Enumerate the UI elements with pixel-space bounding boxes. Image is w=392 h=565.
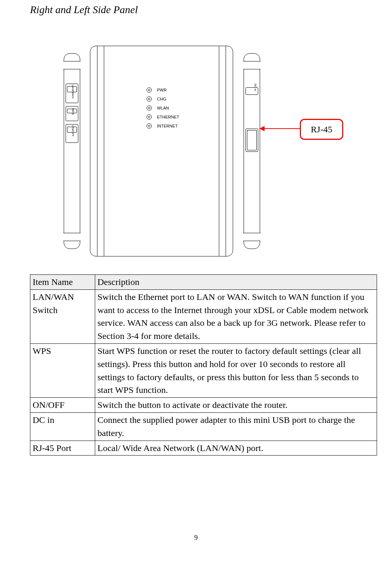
led-label: ETHERNET [157,115,179,119]
left-side-panel: LAN/WAN WPS ON/OFF [64,53,80,249]
right-side-panel: DC in [244,53,260,249]
page-number: 9 [195,534,198,542]
table-row: DC in Connect the supplied power adapter… [30,412,377,441]
led-label: WLAN [157,106,169,110]
onoff-switch-port: ON/OFF [66,124,78,143]
callout-line [259,128,300,129]
led-label: CHG [157,97,166,101]
lan-wan-label: LAN/WAN [71,85,75,98]
item-name-cell: LAN/WAN Switch [30,289,95,343]
description-table: Item Name Description LAN/WAN Switch Swi… [30,274,377,456]
item-name-cell: WPS [30,343,95,397]
description-cell: Start WPS function or reset the router t… [95,343,377,397]
led-ethernet: ETHERNET [147,114,179,120]
item-name-cell: ON/OFF [30,398,95,413]
description-cell: Connect the supplied power adapter to th… [95,412,377,441]
table-header-row: Item Name Description [30,275,377,290]
table-row: RJ-45 Port Local/ Wide Area Network (LAN… [30,441,377,456]
device-diagram: LAN/WAN WPS ON/OFF PWR CHG WLAN ETHERNET [30,38,367,263]
dc-in-label: DC in [254,84,257,91]
led-pwr: PWR [147,87,179,93]
lan-wan-switch-port: LAN/WAN [66,84,78,103]
item-name-cell: DC in [30,412,95,441]
front-panel: PWR CHG WLAN ETHERNET INTERNET [90,46,233,256]
led-chg: CHG [147,96,179,102]
onoff-label: ON/OFF [71,125,75,136]
description-cell: Local/ Wide Area Network (LAN/WAN) port. [95,441,377,456]
section-title: Right and Left Side Panel [30,4,377,16]
wps-label: WPS [71,108,75,115]
wps-button-port: WPS [66,106,78,121]
led-wlan: WLAN [147,105,179,111]
rj45-port [245,129,258,152]
table-row: WPS Start WPS function or reset the rout… [30,343,377,397]
header-description: Description [95,275,377,290]
led-label: INTERNET [157,124,178,128]
item-name-cell: RJ-45 Port [30,441,95,456]
led-internet: INTERNET [147,123,179,129]
description-cell: Switch the Ethernet port to LAN or WAN. … [95,289,377,343]
header-item-name: Item Name [30,275,95,290]
table-row: LAN/WAN Switch Switch the Ethernet port … [30,289,377,343]
rj45-callout: RJ-45 [300,119,343,140]
led-label: PWR [157,88,167,92]
led-indicator-area: PWR CHG WLAN ETHERNET INTERNET [147,87,179,132]
description-cell: Switch the button to activate or deactiv… [95,398,377,413]
table-row: ON/OFF Switch the button to activate or … [30,398,377,413]
